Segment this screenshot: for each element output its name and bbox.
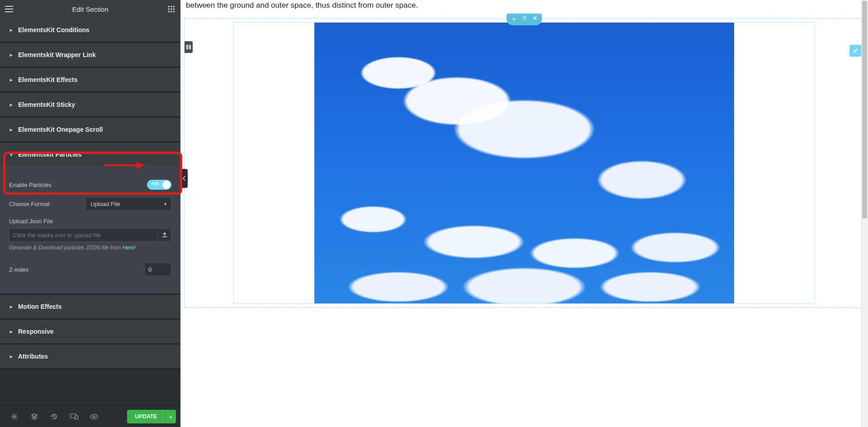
- toggle-enable-particles[interactable]: YES: [147, 180, 171, 190]
- accordion-label: ElementsKit Sticky: [18, 101, 75, 108]
- accordion-conditions: ▸ ElementsKit Conditions: [0, 18, 180, 43]
- accordion-head-effects[interactable]: ▸ ElementsKit Effects: [0, 68, 180, 91]
- caret-right-icon: ▸: [10, 77, 14, 83]
- widgets-grid-icon[interactable]: [162, 6, 180, 12]
- accordion-effects: ▸ ElementsKit Effects: [0, 68, 180, 93]
- toggle-text: YES: [151, 182, 159, 186]
- hint-prefix: Generate & Download particles JSON file …: [9, 245, 123, 251]
- accordion-motion: ▸ Motion Effects: [0, 295, 180, 320]
- menu-icon[interactable]: [0, 6, 18, 12]
- svg-rect-2: [173, 6, 175, 7]
- svg-rect-7: [171, 11, 172, 12]
- update-button[interactable]: UPDATE: [127, 410, 165, 423]
- responsive-icon[interactable]: [64, 406, 84, 427]
- svg-rect-13: [186, 45, 188, 49]
- accordion-head-responsive[interactable]: ▸ Responsive: [0, 320, 180, 343]
- accordion-head-motion[interactable]: ▸ Motion Effects: [0, 295, 180, 318]
- accordion-label: Attributes: [18, 353, 48, 360]
- hint-text: Generate & Download particles JSON file …: [9, 245, 171, 251]
- input-zindex[interactable]: 0: [144, 263, 171, 276]
- add-section-icon[interactable]: ＋: [511, 15, 517, 23]
- accordion-label: ElementsKit Effects: [18, 76, 77, 83]
- sky-image: [314, 22, 734, 304]
- hint-link[interactable]: Here!: [123, 245, 136, 251]
- upload-json-field: Click the media icon to upload file: [9, 228, 171, 242]
- settings-icon[interactable]: [5, 406, 24, 427]
- row-enable-particles: Enable Particles YES: [9, 180, 171, 190]
- close-section-icon[interactable]: ✕: [532, 15, 537, 23]
- accordion-particles: ▾ Elementskit Particles Enable Particles…: [0, 143, 180, 295]
- edit-widget-icon[interactable]: [849, 45, 861, 57]
- accordion-responsive: ▸ Responsive: [0, 320, 180, 345]
- caret-right-icon: ▸: [10, 52, 14, 58]
- window-scrollbar[interactable]: [861, 0, 868, 427]
- row-choose-format: Choose Format Upload File ▾: [9, 197, 171, 211]
- accordion-head-sticky[interactable]: ▸ ElementsKit Sticky: [0, 93, 180, 116]
- accordion-label: ElementsKit Onepage Scroll: [18, 126, 103, 133]
- row-zindex: Z-index 0: [9, 263, 171, 276]
- panel-header: Edit Section: [0, 0, 180, 18]
- accordion-label: ElementsKit Conditions: [18, 26, 90, 34]
- panel-title: Edit Section: [18, 5, 162, 13]
- panel-body: ▸ ElementsKit Conditions ▸ Elementskit W…: [0, 18, 180, 405]
- accordion-label: Elementskit Wrapper Link: [18, 51, 96, 58]
- inner-column[interactable]: [233, 22, 815, 304]
- select-value: Upload File: [90, 201, 120, 207]
- caret-right-icon: ▸: [10, 354, 14, 360]
- upload-json-input[interactable]: Click the media icon to upload file: [9, 228, 158, 242]
- svg-point-12: [93, 416, 95, 417]
- label-zindex: Z-index: [9, 266, 144, 273]
- accordion-head-attributes[interactable]: ▸ Attributes: [0, 345, 180, 368]
- caret-right-icon: ▸: [10, 102, 14, 108]
- svg-rect-14: [189, 45, 191, 49]
- svg-rect-11: [75, 416, 78, 419]
- caret-right-icon: ▸: [10, 127, 14, 133]
- accordion-head-conditions[interactable]: ▸ ElementsKit Conditions: [0, 18, 180, 42]
- preview-paragraph: between the ground and outer space, thus…: [180, 0, 868, 12]
- caret-right-icon: ▸: [10, 27, 14, 33]
- caret-right-icon: ▸: [10, 329, 14, 335]
- panel-collapse-tab[interactable]: [180, 169, 188, 188]
- section-wrap[interactable]: [184, 18, 864, 308]
- panel-footer: UPDATE ▴: [0, 405, 180, 427]
- navigator-icon[interactable]: [24, 406, 44, 427]
- zindex-value: 0: [148, 266, 152, 273]
- scrollbar-thumb[interactable]: [862, 1, 867, 218]
- editor-panel: Edit Section ▸ ElementsKit Conditions ▸ …: [0, 0, 180, 427]
- accordion-onepage: ▸ ElementsKit Onepage Scroll: [0, 118, 180, 143]
- accordion-label: Responsive: [18, 328, 54, 335]
- accordion-wrapper-link: ▸ Elementskit Wrapper Link: [0, 43, 180, 68]
- update-label: UPDATE: [135, 413, 157, 420]
- caret-down-icon: ▾: [10, 152, 14, 158]
- svg-rect-8: [173, 11, 175, 12]
- upload-button[interactable]: [158, 228, 171, 242]
- svg-rect-3: [168, 9, 170, 10]
- column-tab-icon[interactable]: [185, 41, 193, 53]
- accordion-head-wrapper-link[interactable]: ▸ Elementskit Wrapper Link: [0, 43, 180, 67]
- label-enable-particles: Enable Particles: [9, 182, 147, 188]
- accordion-label: Elementskit Particles: [18, 151, 82, 158]
- accordion-sticky: ▸ ElementsKit Sticky: [0, 93, 180, 118]
- svg-rect-6: [168, 11, 170, 12]
- svg-rect-0: [168, 6, 170, 7]
- update-caret[interactable]: ▴: [165, 410, 176, 423]
- svg-rect-5: [173, 9, 175, 10]
- select-choose-format[interactable]: Upload File ▾: [85, 197, 171, 211]
- svg-rect-1: [171, 6, 172, 7]
- history-icon[interactable]: [44, 406, 64, 427]
- caret-right-icon: ▸: [10, 304, 14, 310]
- svg-rect-4: [171, 9, 172, 10]
- toggle-knob: [162, 181, 171, 189]
- drag-section-icon[interactable]: ⠿: [522, 15, 527, 23]
- preview-icon[interactable]: [84, 406, 104, 427]
- accordion-attributes: ▸ Attributes: [0, 345, 180, 369]
- section-toolbar: ＋ ⠿ ✕: [507, 14, 542, 25]
- accordion-head-particles[interactable]: ▾ Elementskit Particles: [0, 143, 180, 166]
- accordion-label: Motion Effects: [18, 303, 62, 310]
- upload-placeholder: Click the media icon to upload file: [13, 232, 101, 239]
- preview-area: between the ground and outer space, thus…: [180, 0, 868, 427]
- accordion-head-onepage[interactable]: ▸ ElementsKit Onepage Scroll: [0, 118, 180, 141]
- accordion-body-particles: Enable Particles YES Choose Format Uploa…: [0, 166, 180, 293]
- label-upload-json: Upload Json File: [9, 218, 171, 225]
- svg-point-9: [14, 415, 15, 417]
